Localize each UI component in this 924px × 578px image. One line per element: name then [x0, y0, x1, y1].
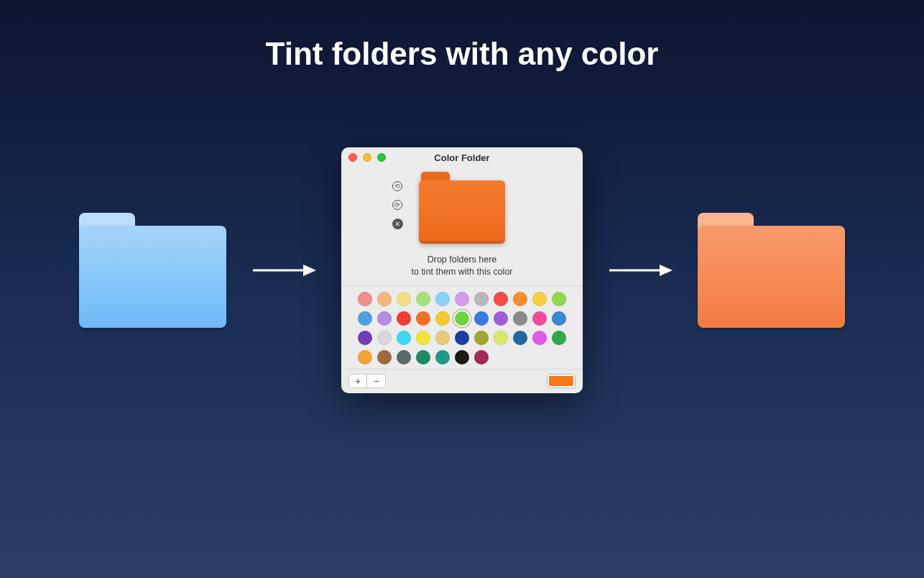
- color-swatch[interactable]: [552, 331, 566, 345]
- clear-button[interactable]: ✕: [392, 218, 403, 229]
- titlebar: Color Folder: [341, 147, 583, 168]
- hint-line-2: to tint them with this color: [411, 266, 512, 278]
- color-swatch[interactable]: [416, 331, 430, 345]
- color-folder-window: Color Folder ⟲ ⟳ ✕ Drop folders here to …: [341, 147, 583, 393]
- color-swatch[interactable]: [513, 331, 527, 345]
- color-swatch[interactable]: [552, 311, 566, 326]
- preview-folder-icon: [419, 172, 505, 244]
- color-swatch[interactable]: [416, 311, 430, 326]
- stage: Color Folder ⟲ ⟳ ✕ Drop folders here to …: [0, 147, 924, 393]
- arrow-right-icon: [251, 262, 316, 279]
- folder-body: [79, 226, 226, 328]
- color-swatch[interactable]: [358, 350, 372, 364]
- color-swatch[interactable]: [494, 311, 508, 326]
- color-swatch[interactable]: [532, 331, 547, 345]
- color-swatch[interactable]: [416, 350, 430, 364]
- color-swatch[interactable]: [397, 350, 411, 364]
- color-well[interactable]: [547, 374, 576, 388]
- color-swatch[interactable]: [455, 331, 469, 345]
- color-swatch[interactable]: [455, 292, 469, 306]
- bottom-bar: + −: [341, 369, 583, 393]
- color-swatch[interactable]: [435, 350, 450, 364]
- color-swatch[interactable]: [377, 311, 392, 326]
- color-well-swatch: [549, 376, 573, 386]
- color-swatch[interactable]: [435, 331, 450, 345]
- svg-marker-3: [660, 265, 673, 276]
- swatch-grid: [341, 286, 583, 369]
- color-swatch[interactable]: [377, 292, 392, 306]
- color-swatch[interactable]: [474, 331, 489, 345]
- color-swatch[interactable]: [397, 331, 411, 345]
- color-swatch[interactable]: [397, 311, 411, 326]
- color-swatch[interactable]: [474, 350, 489, 364]
- color-swatch[interactable]: [494, 292, 508, 306]
- arrow-right-icon: [608, 262, 673, 279]
- rotate-ccw-button[interactable]: ⟲: [392, 180, 403, 192]
- color-swatch[interactable]: [358, 292, 372, 306]
- color-swatch[interactable]: [474, 292, 489, 306]
- color-swatch[interactable]: [532, 311, 547, 326]
- color-swatch[interactable]: [552, 292, 566, 306]
- rotate-cw-button[interactable]: ⟳: [392, 199, 403, 211]
- drop-hint: Drop folders here to tint them with this…: [411, 254, 512, 278]
- source-folder-icon: [79, 213, 226, 328]
- preview-area[interactable]: ⟲ ⟳ ✕ Drop folders here to tint them wit…: [341, 168, 583, 281]
- color-swatch[interactable]: [377, 350, 392, 364]
- svg-marker-1: [303, 265, 316, 276]
- color-swatch[interactable]: [474, 311, 489, 326]
- folder-body: [698, 226, 845, 328]
- color-swatch[interactable]: [397, 292, 411, 306]
- color-swatch[interactable]: [435, 311, 450, 326]
- color-swatch[interactable]: [435, 292, 450, 306]
- color-swatch[interactable]: [513, 311, 527, 326]
- add-remove-segment: + −: [348, 374, 386, 388]
- window-title: Color Folder: [341, 152, 583, 163]
- color-swatch[interactable]: [377, 331, 392, 345]
- hint-line-1: Drop folders here: [411, 254, 512, 266]
- side-tools: ⟲ ⟳ ✕: [392, 180, 403, 229]
- page-title: Tint folders with any color: [0, 36, 924, 72]
- add-swatch-button[interactable]: +: [348, 374, 367, 388]
- folder-body: [419, 180, 505, 244]
- color-swatch[interactable]: [532, 292, 547, 306]
- color-swatch[interactable]: [513, 292, 527, 306]
- color-swatch[interactable]: [416, 292, 430, 306]
- color-swatch[interactable]: [358, 331, 372, 345]
- color-swatch[interactable]: [494, 331, 508, 345]
- result-folder-icon: [698, 213, 845, 328]
- color-swatch[interactable]: [358, 311, 372, 326]
- color-swatch[interactable]: [455, 311, 469, 326]
- color-swatch[interactable]: [455, 350, 469, 364]
- remove-swatch-button[interactable]: −: [367, 374, 386, 388]
